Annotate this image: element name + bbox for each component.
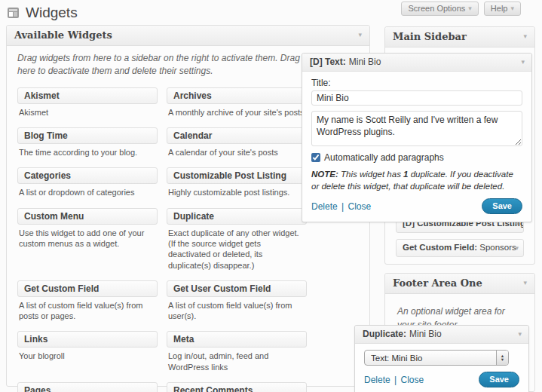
widget-bar-get-custom-field[interactable]: Get Custom Field xyxy=(17,280,158,297)
help-label: Help xyxy=(491,4,508,13)
duplicate-widget-header-bold: Duplicate: xyxy=(363,329,406,339)
page-title: Widgets xyxy=(26,5,78,21)
close-link[interactable]: Close xyxy=(401,375,424,385)
screen-options-button[interactable]: Screen Options ▾ xyxy=(401,2,478,16)
widget-bar-archives[interactable]: Archives xyxy=(167,87,307,104)
chevron-down-icon: ▾ xyxy=(523,33,527,40)
note-prefix: NOTE: xyxy=(311,170,338,179)
text-widget-header-bold: [D] Text: xyxy=(310,57,346,67)
duplicate-source-select[interactable]: Text: Mini Bio ▲ ▼ xyxy=(364,350,509,366)
available-widget-pages: PagesYour site's WordPress Pages xyxy=(17,382,158,392)
available-widget-links: LinksYour blogroll xyxy=(17,331,158,372)
save-button[interactable]: Save xyxy=(479,372,519,387)
main-sidebar-title: Main Sidebar xyxy=(393,31,467,42)
available-widgets-header[interactable]: Available Widgets ▾ xyxy=(7,26,369,46)
available-widget-archives: ArchivesA monthly archive of your site's… xyxy=(167,87,307,118)
widget-description: Akismet xyxy=(17,104,158,118)
text-widget-footer: Delete | Close Save xyxy=(311,198,522,214)
duplicate-widget-header-rest: Mini Bio xyxy=(409,329,442,339)
widget-control-links: Delete | Close xyxy=(311,201,371,212)
footer-area-title: Footer Area One xyxy=(393,277,482,289)
available-widget-get-user-custom-field: Get User Custom FieldA list of custom fi… xyxy=(167,280,307,322)
close-link[interactable]: Close xyxy=(348,201,372,212)
available-widget-customizable-post-listing: Customizable Post ListingHighly customiz… xyxy=(167,167,307,198)
duplicate-widget-footer: Delete | Close Save xyxy=(364,372,519,387)
screen-meta-links: Screen Options ▾ Help ▾ xyxy=(401,2,521,16)
link-separator: | xyxy=(341,201,344,212)
text-widget-editor: [D] Text:Mini Bio ▾ Title: My name is Sc… xyxy=(302,53,532,222)
available-widget-akismet: AkismetAkismet xyxy=(17,87,158,118)
duplicate-widget-header[interactable]: Duplicate:Mini Bio ▾ xyxy=(355,326,528,344)
chevron-down-icon: ▾ xyxy=(518,331,522,338)
chevron-down-icon: ▾ xyxy=(358,32,362,38)
help-button[interactable]: Help ▾ xyxy=(484,2,521,16)
selected-option-label: Text: Mini Bio xyxy=(365,354,496,363)
auto-paragraphs-row: Automatically add paragraphs xyxy=(311,152,522,163)
widget-bar-categories[interactable]: Categories xyxy=(17,167,158,184)
available-widget-recent-comments: Recent CommentsThe most recent comments xyxy=(167,382,307,392)
title-label: Title: xyxy=(311,78,522,88)
available-widget-calendar: CalendarA calendar of your site's posts xyxy=(167,127,307,158)
widget-description: A list or dropdown of categories xyxy=(17,184,158,198)
widget-bar-calendar[interactable]: Calendar xyxy=(167,127,307,144)
available-widget-get-custom-field: Get Custom FieldA list of custom field v… xyxy=(17,280,158,322)
stepper-down-icon: ▼ xyxy=(501,358,504,362)
widget-description: Highly customizable post listings. xyxy=(167,184,307,198)
page-header: Widgets xyxy=(8,5,78,21)
text-widget-body: Title: My name is Scott Reilly and I've … xyxy=(302,72,531,222)
widget-description: Exact duplicate of any other widget. (If… xyxy=(167,225,307,271)
text-widget-header[interactable]: [D] Text:Mini Bio ▾ xyxy=(302,54,531,72)
widget-bar-meta[interactable]: Meta xyxy=(167,331,307,348)
available-widget-duplicate: DuplicateExact duplicate of any other wi… xyxy=(167,208,307,271)
widget-bar-custom-menu[interactable]: Custom Menu xyxy=(17,208,158,225)
chevron-down-icon: ▾ xyxy=(521,59,525,66)
chevron-down-icon: ▾ xyxy=(523,280,527,286)
widget-description: The time according to your blog. xyxy=(17,144,158,158)
sidebar-widget-title-bold: Get Custom Field: xyxy=(403,243,479,252)
widget-control-links: Delete | Close xyxy=(364,375,424,385)
sidebar-widget-get-custom-field[interactable]: Get Custom Field: Sponsors▾ xyxy=(396,239,524,257)
widget-bar-recent-comments[interactable]: Recent Comments xyxy=(167,382,307,392)
widget-description: Log in/out, admin, feed and WordPress li… xyxy=(167,348,307,372)
save-button[interactable]: Save xyxy=(482,198,522,214)
select-stepper-icon: ▲ ▼ xyxy=(496,351,508,365)
widget-description: A list of custom field value(s) from use… xyxy=(167,297,307,322)
widget-description: A monthly archive of your site's posts xyxy=(167,104,307,118)
widget-bar-blog-time[interactable]: Blog Time xyxy=(17,127,158,144)
text-body-textarea[interactable]: My name is Scott Reilly and I've written… xyxy=(311,111,522,146)
widget-bar-duplicate[interactable]: Duplicate xyxy=(167,208,307,225)
widget-bar-links[interactable]: Links xyxy=(17,331,158,348)
main-sidebar-header[interactable]: Main Sidebar ▾ xyxy=(385,27,534,47)
delete-link[interactable]: Delete xyxy=(364,375,390,385)
available-widgets-title: Available Widgets xyxy=(14,29,112,41)
title-input[interactable] xyxy=(311,90,522,106)
delete-link[interactable]: Delete xyxy=(311,201,338,212)
available-widget-custom-menu: Custom MenuUse this widget to add one of… xyxy=(17,208,158,271)
note-text: This widget has xyxy=(338,170,403,179)
auto-paragraphs-label: Automatically add paragraphs xyxy=(324,152,444,163)
widget-bar-akismet[interactable]: Akismet xyxy=(17,87,158,104)
text-widget-header-rest: Mini Bio xyxy=(349,57,381,67)
chevron-down-icon: ▾ xyxy=(515,245,519,252)
link-separator: | xyxy=(394,375,397,385)
chevron-down-icon: ▾ xyxy=(468,5,472,12)
widget-description: Use this widget to add one of your custo… xyxy=(17,225,158,250)
sidebar-widget-title-rest: Sponsors xyxy=(479,243,516,252)
screen-options-label: Screen Options xyxy=(408,4,465,13)
footer-area-header[interactable]: Footer Area One ▾ xyxy=(385,274,534,294)
chevron-down-icon: ▾ xyxy=(510,5,514,12)
available-widget-meta: MetaLog in/out, admin, feed and WordPres… xyxy=(167,331,307,372)
duplicate-note: NOTE: This widget has 1 duplicate. If yo… xyxy=(311,169,522,192)
duplicate-widget-editor: Duplicate:Mini Bio ▾ Text: Mini Bio ▲ ▼ … xyxy=(354,325,529,392)
available-widget-categories: CategoriesA list or dropdown of categori… xyxy=(17,167,158,198)
widget-bar-customizable-post-listing[interactable]: Customizable Post Listing xyxy=(167,167,307,184)
widget-bar-pages[interactable]: Pages xyxy=(17,382,158,392)
duplicate-widget-body: Text: Mini Bio ▲ ▼ Delete | Close Save xyxy=(355,344,528,392)
widget-description: A list of custom field value(s) from pos… xyxy=(17,297,158,322)
widgets-icon xyxy=(8,8,19,18)
widget-description: Your blogroll xyxy=(17,348,158,361)
widget-description: A calendar of your site's posts xyxy=(167,144,307,158)
available-widget-blog-time: Blog TimeThe time according to your blog… xyxy=(17,127,158,158)
auto-paragraphs-checkbox[interactable] xyxy=(311,153,320,162)
widget-bar-get-user-custom-field[interactable]: Get User Custom Field xyxy=(167,280,307,297)
